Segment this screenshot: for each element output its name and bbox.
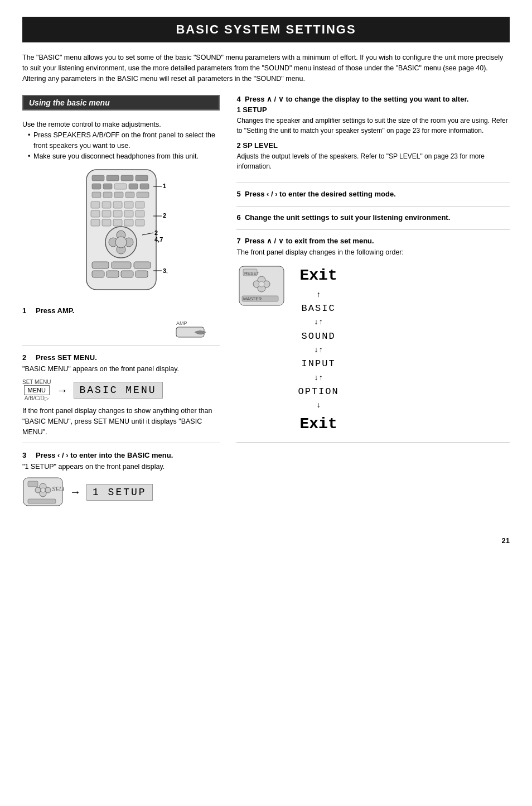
svg-rect-45 [134, 262, 151, 268]
step-6-title: Change the unit settings to suit your li… [245, 213, 450, 222]
left-intro: Use the remote control to make adjustmen… [22, 119, 220, 130]
svg-point-60 [41, 488, 45, 492]
bullet-list: Press SPEAKERS A/B/OFF on the front pane… [28, 130, 220, 161]
svg-rect-20 [91, 210, 100, 217]
step-6-header: 6 Change the unit settings to suit your … [236, 213, 510, 222]
svg-rect-21 [102, 210, 111, 217]
svg-text:AMP: AMP [176, 320, 187, 326]
svg-point-58 [35, 487, 41, 493]
flow-arrow-4: ↓ [298, 399, 338, 411]
step-3-display: SELECT → 1 SETUP [22, 477, 220, 507]
flow-input: INPUT [298, 356, 338, 371]
step-2-display: SET MENU MENU A/B/C/D▷ → BASIC MENU [22, 379, 220, 401]
right-column: 4 Press ∧ / ∨ to change the display to t… [236, 95, 510, 525]
ab-label: A/B/C/D▷ [25, 395, 49, 401]
svg-rect-47 [107, 271, 119, 277]
step-1: 1 Press AMP. AMP [22, 306, 220, 346]
svg-rect-8 [129, 184, 138, 189]
svg-rect-46 [92, 271, 104, 277]
svg-rect-48 [121, 271, 133, 277]
step-number-1: 1 [22, 306, 32, 315]
right-step-6: 6 Change the unit settings to suit your … [236, 213, 510, 230]
svg-rect-16 [102, 202, 111, 208]
svg-text:2: 2 [154, 229, 158, 236]
svg-point-39 [115, 237, 127, 248]
menu-box: MENU [24, 385, 50, 395]
flow-arrow-1: ↓↑ [298, 316, 338, 328]
svg-rect-1 [92, 175, 104, 181]
svg-rect-9 [140, 184, 149, 189]
svg-rect-13 [125, 192, 134, 198]
page-number: 21 [22, 536, 510, 545]
step-title-3: Press ‹ / › to enter into the BASIC menu… [36, 451, 173, 459]
svg-rect-19 [136, 202, 144, 208]
flow-basic: BASIC [298, 301, 338, 316]
svg-rect-25 [91, 219, 100, 226]
svg-rect-4 [136, 175, 148, 181]
step-6-number: 6 [236, 213, 240, 222]
svg-text:4,7: 4,7 [154, 236, 163, 243]
page-title: BASIC SYSTEM SETTINGS [22, 17, 510, 42]
subsection-1-body: Changes the speaker and amplifier settin… [236, 116, 510, 136]
svg-rect-27 [113, 219, 122, 226]
svg-rect-61 [28, 499, 56, 503]
svg-rect-22 [113, 210, 122, 217]
intro-text: The "BASIC" menu allows you to set some … [22, 52, 510, 84]
step-5-header: 5 Press ‹ / › to enter the desired setti… [236, 190, 510, 198]
step-2: 2 Press SET MENU. "BASIC MENU" appears o… [22, 353, 220, 443]
list-item: Press SPEAKERS A/B/OFF on the front pane… [28, 130, 220, 151]
svg-rect-11 [103, 192, 112, 198]
step-3: 3 Press ‹ / › to enter into the BASIC me… [22, 451, 220, 517]
step-title-1: Press AMP. [36, 306, 74, 315]
svg-rect-5 [92, 184, 101, 189]
flow-option: OPTION [298, 384, 338, 399]
svg-rect-43 [92, 262, 109, 268]
flow-chart: Exit ↑ BASIC ↓↑ SOUND ↓↑ INPUT ↓↑ OPTION… [298, 263, 338, 436]
flow-sound: SOUND [298, 329, 338, 344]
lcd-setup: 1 SETUP [86, 484, 153, 501]
amp-button-svg: AMP [175, 317, 220, 339]
svg-rect-3 [121, 175, 133, 181]
svg-rect-10 [92, 192, 101, 198]
remote-diagram: 1 2 2 4,7 [22, 167, 220, 295]
svg-rect-18 [124, 202, 133, 208]
svg-text:SELECT: SELECT [52, 486, 64, 492]
step-number-3: 3 [22, 451, 32, 459]
svg-rect-26 [102, 219, 111, 226]
svg-point-59 [45, 487, 51, 493]
svg-text:RESET: RESET [244, 271, 259, 276]
step-7-number: 7 [236, 237, 240, 245]
step-7-title: Press ∧ / ∨ to exit from the set menu. [245, 237, 374, 245]
svg-rect-24 [136, 210, 144, 217]
svg-rect-49 [136, 271, 148, 277]
exit-flow-diagram: RESET MASTER Exit ↑ BASIC ↓↑ SOUND ↓ [236, 263, 510, 436]
svg-rect-12 [114, 192, 123, 198]
step-3-body: "1 SETUP" appears on the front panel dis… [22, 462, 220, 472]
exit-remote-svg: RESET MASTER [236, 263, 287, 308]
step-2-body: "BASIC MENU" appears on the front panel … [22, 364, 220, 375]
svg-rect-44 [112, 262, 131, 268]
step-7-body: The front panel display changes in the f… [236, 247, 510, 258]
remote-svg: 1 2 2 4,7 [75, 167, 167, 295]
step-5-number: 5 [236, 190, 240, 198]
arrow-right-1: → [57, 384, 68, 397]
section-banner: Using the basic menu [22, 95, 220, 111]
svg-rect-6 [103, 184, 112, 189]
flow-exit-bottom: Exit [298, 412, 338, 437]
right-step-4: 4 Press ∧ / ∨ to change the display to t… [236, 95, 510, 183]
nav-remote-svg: SELECT [22, 477, 64, 507]
subsection-2-body: Adjusts the output levels of the speaker… [236, 151, 510, 171]
svg-text:MASTER: MASTER [243, 296, 262, 301]
subsection-2-title: 2 SP LEVEL [236, 141, 510, 150]
amp-button-diagram: AMP [22, 317, 220, 339]
flow-exit-top: Exit [298, 263, 338, 289]
svg-rect-15 [91, 202, 100, 208]
set-menu-label: SET MENU [22, 379, 51, 385]
flow-arrow-3: ↓↑ [298, 372, 338, 384]
step-7-header: 7 Press ∧ / ∨ to exit from the set menu. [236, 237, 510, 245]
flow-arrow-0: ↑ [298, 289, 338, 301]
step-title-2: Press SET MENU. [36, 353, 97, 362]
lcd-basic-menu: BASIC MENU [74, 382, 163, 399]
svg-text:2: 2 [163, 212, 166, 219]
arrow-right-2: → [70, 486, 81, 498]
